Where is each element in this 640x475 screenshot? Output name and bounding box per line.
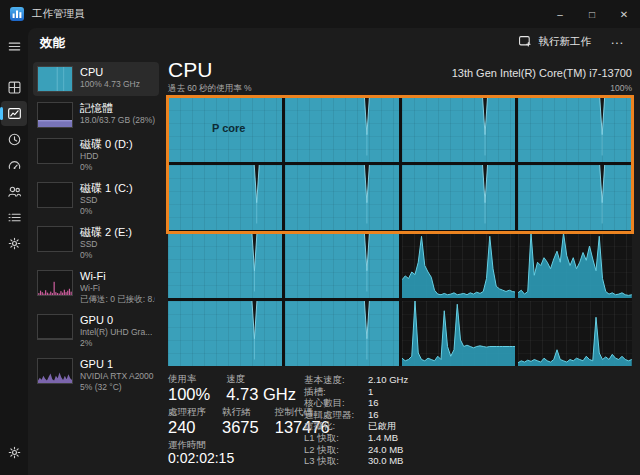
cpu-title: CPU <box>168 58 212 82</box>
maximize-icon[interactable]: □ <box>576 0 608 28</box>
sidebar-item-detail: 0% <box>80 206 133 217</box>
core-graph-14 <box>402 301 516 366</box>
sidebar-item-wifi[interactable]: Wi-FiWi-Fi已傳送: 0 已接收: 8.0 K <box>33 266 159 308</box>
core-graph-15 <box>518 301 632 366</box>
sidebar-item-detail: 5% (32 °C) <box>80 382 154 393</box>
core-usage-grid[interactable]: P core <box>168 97 632 366</box>
new-task-icon <box>518 34 532 50</box>
cpu-model: 13th Gen Intel(R) Core(TM) i7-13700 <box>452 67 632 82</box>
core-graph-3 <box>518 97 632 162</box>
nav-processes-icon[interactable] <box>1 75 27 100</box>
app-title: 工作管理員 <box>32 7 85 21</box>
sidebar-item-title: 磁碟 1 (C:) <box>80 182 133 195</box>
memory-sparkline-icon <box>37 102 73 128</box>
task-manager-window: 工作管理員 – □ ✕ <box>0 0 640 475</box>
stat-速度: 速度4.73 GHz <box>226 373 296 404</box>
content-panel: 效能 執行新工作 ... CPU100% 4.73 GHz記憶體18.0/63.… <box>28 28 640 475</box>
spec-row: 邏輯處理器:16 <box>304 409 408 421</box>
sidebar-item-detail: Intel(R) UHD Gra... <box>80 327 152 338</box>
sidebar-item-cpu[interactable]: CPU100% 4.73 GHz <box>33 62 159 96</box>
sidebar-item-gpu0[interactable]: GPU 0Intel(R) UHD Gra...2% <box>33 310 159 352</box>
spec-row: 基本速度:2.10 GHz <box>304 374 408 386</box>
spec-row: 插槽:1 <box>304 386 408 398</box>
disk1-sparkline-icon <box>37 182 73 208</box>
nav-rail <box>0 28 28 475</box>
sidebar-item-detail: HDD <box>80 151 133 162</box>
core-graph-2 <box>402 97 516 162</box>
sidebar-item-detail: 100% 4.73 GHz <box>80 79 140 90</box>
more-options-icon[interactable]: ... <box>603 31 632 53</box>
core-graph-5 <box>285 165 399 230</box>
hamburger-menu-icon[interactable] <box>1 34 27 59</box>
gpu1-sparkline-icon <box>37 358 73 384</box>
sidebar-item-disk2[interactable]: 磁碟 2 (E:)SSD0% <box>33 222 159 264</box>
sidebar-item-title: CPU <box>80 66 140 79</box>
sidebar-item-gpu1[interactable]: GPU 1NVIDIA RTX A20005% (32 °C) <box>33 354 159 396</box>
spec-row: L1 快取:1.4 MB <box>304 432 408 444</box>
stat-使用率: 使用率100% <box>168 373 210 404</box>
sidebar-item-detail: 0% <box>80 250 132 261</box>
spec-row: 虛擬化:已啟用 <box>304 420 408 432</box>
sidebar-item-title: 記憶體 <box>80 102 155 115</box>
gpu0-sparkline-icon <box>37 314 73 340</box>
stat-執行緒: 執行緒3675 <box>222 406 259 437</box>
spec-row: L2 快取:24.0 MB <box>304 444 408 456</box>
nav-services-icon[interactable] <box>1 231 27 256</box>
spec-row: 核心數目:16 <box>304 397 408 409</box>
wifi-sparkline-icon <box>37 270 73 296</box>
sidebar-item-memory[interactable]: 記憶體18.0/63.7 GB (28%) <box>33 98 159 132</box>
window-controls: – □ ✕ <box>544 0 640 28</box>
sidebar-item-detail: Wi-Fi <box>80 283 155 294</box>
sidebar-item-title: GPU 0 <box>80 314 152 327</box>
sidebar-item-title: 磁碟 2 (E:) <box>80 226 132 239</box>
sidebar-item-detail: 2% <box>80 338 152 349</box>
spec-row: L3 快取:30.0 MB <box>304 455 408 467</box>
core-graph-8 <box>168 233 282 298</box>
sidebar-item-disk0[interactable]: 磁碟 0 (D:)HDD0% <box>33 134 159 176</box>
core-graph-1 <box>285 97 399 162</box>
nav-performance-icon[interactable] <box>1 101 27 126</box>
sidebar-item-title: Wi-Fi <box>80 270 155 283</box>
sidebar-item-detail: 0% <box>80 162 133 173</box>
titlebar: 工作管理員 – □ ✕ <box>0 0 640 28</box>
core-graph-0 <box>168 97 282 162</box>
cpu-stats-static: 基本速度:2.10 GHz插槽:1核心數目:16邏輯處理器:16虛擬化:已啟用L… <box>304 374 408 467</box>
core-graph-9 <box>285 233 399 298</box>
core-graph-12 <box>168 301 282 366</box>
sidebar-item-detail: SSD <box>80 195 133 206</box>
sidebar-item-title: 磁碟 0 (D:) <box>80 138 133 151</box>
run-new-task-label: 執行新工作 <box>538 35 591 49</box>
close-icon[interactable]: ✕ <box>608 0 640 28</box>
core-graph-4 <box>168 165 282 230</box>
task-manager-logo-icon <box>10 7 24 21</box>
page-title: 效能 <box>40 35 65 52</box>
chart-caption-right: 100% <box>610 83 632 95</box>
core-graph-11 <box>518 233 632 298</box>
minimize-icon[interactable]: – <box>544 0 576 28</box>
content-header: 效能 執行新工作 ... <box>28 28 640 56</box>
nav-startup-apps-icon[interactable] <box>1 153 27 178</box>
stat-處理程序: 處理程序240 <box>168 406 206 437</box>
disk0-sparkline-icon <box>37 138 73 164</box>
sidebar-item-detail: 已傳送: 0 已接收: 8.0 K <box>80 294 155 305</box>
sidebar-item-disk1[interactable]: 磁碟 1 (C:)SSD0% <box>33 178 159 220</box>
cpu-stats: 使用率100%速度4.73 GHz處理程序240執行緒3675控制代碼13747… <box>168 373 632 473</box>
sidebar-item-detail: 18.0/63.7 GB (28%) <box>80 115 155 126</box>
core-graph-13 <box>285 301 399 366</box>
core-graph-10 <box>402 233 516 298</box>
core-graph-7 <box>518 165 632 230</box>
performance-sidebar: CPU100% 4.73 GHz記憶體18.0/63.7 GB (28%)磁碟 … <box>28 56 162 475</box>
sidebar-item-title: GPU 1 <box>80 358 154 371</box>
sidebar-item-detail: SSD <box>80 239 132 250</box>
run-new-task-button[interactable]: 執行新工作 <box>510 30 599 54</box>
chart-caption-left: 過去 60 秒的使用率 % <box>168 83 252 95</box>
cpu-panel: CPU 13th Gen Intel(R) Core(TM) i7-13700 … <box>162 56 640 475</box>
sidebar-item-detail: NVIDIA RTX A2000 <box>80 371 154 382</box>
settings-gear-icon[interactable] <box>1 440 27 465</box>
nav-users-icon[interactable] <box>1 179 27 204</box>
disk2-sparkline-icon <box>37 226 73 252</box>
cpu-sparkline-icon <box>37 66 73 92</box>
nav-details-icon[interactable] <box>1 205 27 230</box>
core-graph-6 <box>402 165 516 230</box>
nav-app-history-icon[interactable] <box>1 127 27 152</box>
